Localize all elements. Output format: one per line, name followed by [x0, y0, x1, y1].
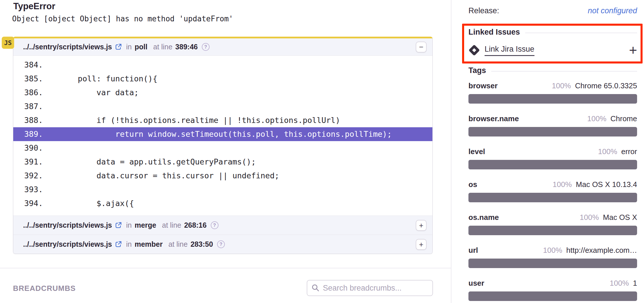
external-link-icon[interactable] — [115, 222, 122, 229]
tag-summary: 100%1 — [610, 279, 637, 288]
section-divider — [0, 268, 451, 268]
tag-row-os.name: os.name100%Mac OS X — [468, 213, 637, 245]
tags-section-heading: Tags — [468, 66, 637, 75]
tag-row-level: level100%error — [468, 147, 637, 179]
stack-frame-header-poll[interactable]: ../../sentry/scripts/views.js in poll at… — [13, 38, 432, 56]
tag-distribution-bar[interactable] — [468, 94, 637, 104]
stack-frame-header-member[interactable]: ../../sentry/scripts/views.js in member … — [13, 235, 432, 254]
heading-rule — [491, 71, 637, 72]
release-not-configured-link[interactable]: not configured — [588, 6, 637, 15]
help-icon[interactable]: ? — [202, 43, 210, 51]
tag-value: error — [621, 147, 637, 156]
help-icon[interactable]: ? — [217, 240, 225, 248]
code-line-number: 386. — [13, 86, 45, 100]
tag-distribution-bar[interactable] — [468, 291, 637, 301]
breadcrumbs-search-box[interactable] — [307, 280, 433, 296]
tag-summary: 100%http://example.com… — [543, 246, 637, 255]
code-line-number: 389. — [13, 127, 45, 141]
tags-list: browser100%Chrome 65.0.3325browser.name1… — [468, 80, 637, 303]
link-jira-issue-row: Link Jira Issue + — [468, 43, 637, 57]
tag-value: Chrome — [611, 114, 637, 123]
code-line: 394. $.ajax({ — [13, 197, 432, 210]
tag-summary: 100%Mac OS X — [580, 213, 637, 222]
collapse-frame-button[interactable]: − — [416, 42, 427, 53]
code-line-text — [45, 100, 432, 113]
tag-percent: 100% — [587, 114, 607, 123]
tag-distribution-bar[interactable] — [468, 127, 637, 136]
code-line-text: if (!this.options.realtime || !this.opti… — [45, 113, 432, 127]
linked-issues-section-heading: Linked Issues — [468, 28, 637, 37]
tag-percent: 100% — [553, 180, 572, 189]
event-sidebar: Release: not configured Linked Issues Li… — [452, 0, 644, 303]
frame-atline-label: at line — [162, 221, 181, 229]
tag-row-user: user100%1 — [468, 279, 637, 303]
code-line-number: 394. — [13, 197, 45, 210]
tag-percent: 100% — [610, 279, 629, 288]
code-line-text — [45, 183, 432, 197]
expand-frame-button[interactable]: + — [416, 239, 427, 250]
tag-key[interactable]: browser — [468, 81, 498, 90]
code-line-text: var data; — [45, 86, 432, 100]
tag-distribution-bar[interactable] — [468, 193, 637, 202]
add-linked-issue-button[interactable]: + — [629, 44, 637, 56]
tag-key[interactable]: user — [468, 279, 484, 288]
tag-value: Mac OS X — [603, 213, 637, 222]
frame-in-label: in — [126, 43, 131, 51]
code-line: 392. data.cursor = this.cursor || undefi… — [13, 169, 432, 183]
code-line-number: 393. — [13, 183, 45, 197]
tag-key[interactable]: url — [468, 246, 478, 255]
code-line: 385. poll: function(){ — [13, 72, 432, 86]
code-line: 384. — [13, 58, 432, 72]
frame-line-number: 268:16 — [184, 221, 207, 229]
frame-file-path: ../../sentry/scripts/views.js — [23, 221, 112, 229]
code-line-text: data = app.utils.getQueryParams(); — [45, 155, 432, 169]
code-line: 387. — [13, 100, 432, 113]
tag-distribution-bar[interactable] — [468, 259, 637, 268]
frame-function-name: merge — [135, 221, 156, 229]
tag-distribution-bar[interactable] — [468, 160, 637, 169]
tag-summary: 100%error — [598, 147, 637, 156]
code-line-number: 388. — [13, 113, 45, 127]
code-line-text: $.ajax({ — [45, 197, 432, 210]
tag-percent: 100% — [580, 213, 599, 222]
frame-function-name: member — [135, 240, 163, 248]
tags-heading-label: Tags — [468, 66, 486, 75]
tag-key[interactable]: os.name — [468, 213, 499, 222]
platform-js-badge: JS — [2, 37, 14, 49]
stacktrace-container: JS ../../sentry/scripts/views.js in poll… — [13, 37, 433, 254]
tag-summary: 100%Mac OS X 10.13.4 — [553, 180, 637, 189]
tag-key[interactable]: os — [468, 180, 477, 189]
frame-atline-label: at line — [168, 240, 188, 248]
stack-frame-header-merge[interactable]: ../../sentry/scripts/views.js in merge a… — [13, 216, 432, 235]
external-link-icon[interactable] — [115, 43, 122, 50]
breadcrumbs-search-input[interactable] — [323, 284, 428, 293]
help-icon[interactable]: ? — [211, 221, 219, 229]
code-line-number: 384. — [13, 58, 45, 72]
code-line: 390. — [13, 141, 432, 155]
tag-row-url: url100%http://example.com… — [468, 246, 637, 278]
frame-atline-label: at line — [153, 43, 172, 51]
code-line-text — [45, 141, 432, 155]
tag-value: http://example.com… — [566, 246, 637, 255]
tag-key[interactable]: browser.name — [468, 114, 519, 123]
tag-percent: 100% — [543, 246, 562, 255]
link-jira-issue-link[interactable]: Link Jira Issue — [485, 45, 534, 56]
tag-value: Mac OS X 10.13.4 — [576, 180, 637, 189]
code-line: 386. var data; — [13, 86, 432, 100]
jira-icon — [468, 44, 480, 56]
tag-summary: 100%Chrome 65.0.3325 — [552, 81, 637, 90]
error-message: Object [object Object] has no method 'up… — [12, 14, 233, 23]
heading-rule — [525, 33, 637, 33]
code-line-number: 390. — [13, 141, 45, 155]
exception-panel: TypeError Object [object Object] has no … — [0, 0, 451, 303]
code-line-highlighted: 389. return window.setTimeout(this.poll,… — [13, 127, 432, 141]
expand-frame-button[interactable]: + — [416, 220, 427, 231]
frame-line-number: 389:46 — [175, 43, 198, 51]
code-line-number: 391. — [13, 155, 45, 169]
tag-distribution-bar[interactable] — [468, 226, 637, 235]
tag-key[interactable]: level — [468, 147, 485, 156]
frame-in-label: in — [126, 221, 131, 229]
external-link-icon[interactable] — [115, 241, 122, 248]
release-label: Release: — [468, 6, 499, 15]
frame-function-name: poll — [135, 43, 147, 51]
